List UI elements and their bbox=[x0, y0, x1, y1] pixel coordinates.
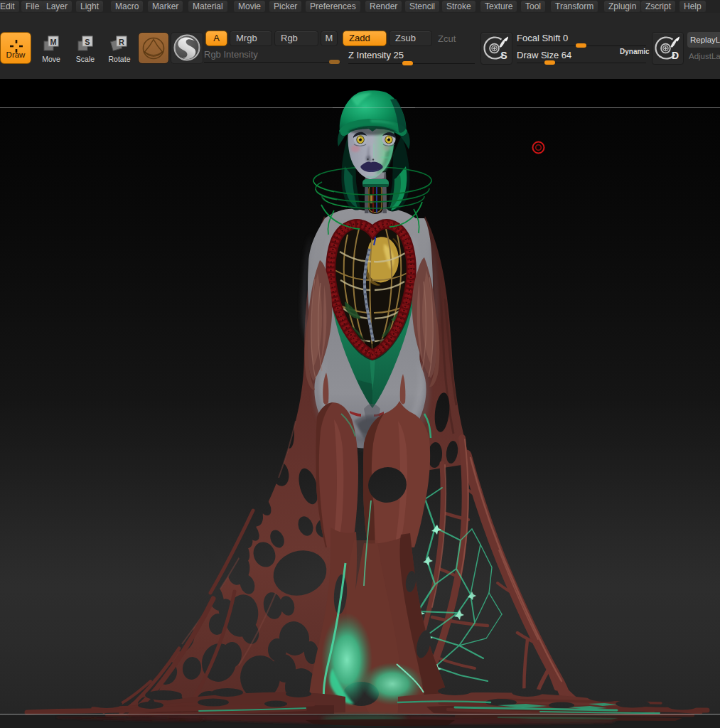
svg-text:S: S bbox=[500, 50, 507, 61]
svg-text:D: D bbox=[672, 50, 679, 61]
svg-text:R: R bbox=[119, 38, 124, 46]
svg-text:M: M bbox=[50, 38, 56, 46]
svg-text:S: S bbox=[85, 38, 90, 46]
